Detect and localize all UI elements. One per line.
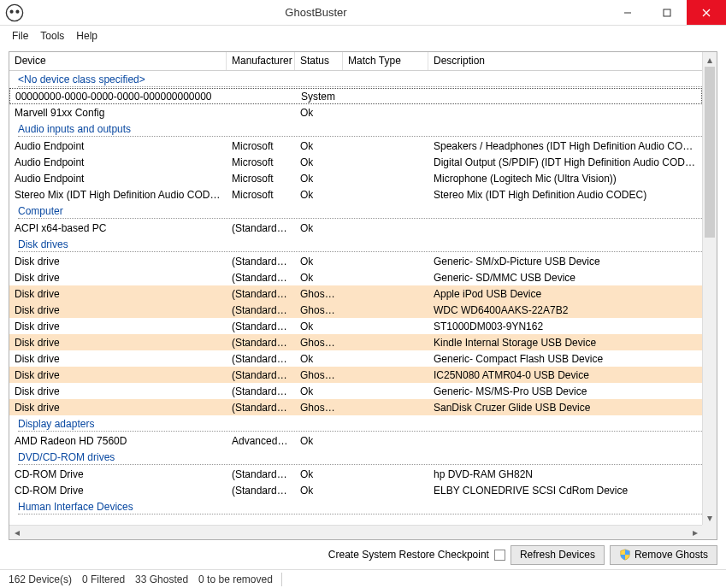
- device-panel: Device Manufacturer Status Match Type De…: [9, 51, 717, 540]
- scroll-up-icon[interactable]: ▴: [703, 52, 717, 67]
- table-row[interactable]: Disk drive(Standard di…OkGeneric- SD/MMC…: [9, 269, 702, 285]
- table-row[interactable]: Disk drive(Standard di…OkGeneric- Compac…: [9, 350, 702, 367]
- group-header[interactable]: Human Interface Devices: [9, 498, 702, 515]
- col-manufacturer[interactable]: Manufacturer: [227, 52, 295, 70]
- horizontal-scrollbar[interactable]: ◂ ▸: [9, 525, 702, 539]
- group-header[interactable]: Audio inputs and outputs: [9, 121, 702, 138]
- svg-rect-4: [664, 9, 670, 16]
- svg-point-1: [10, 9, 14, 13]
- group-header[interactable]: DVD/CD-ROM drives: [9, 449, 702, 466]
- table-row[interactable]: Audio EndpointMicrosoftOkDigital Output …: [9, 154, 702, 170]
- group-header[interactable]: <No device class specified>: [9, 71, 702, 88]
- group-header[interactable]: Computer: [9, 203, 702, 220]
- table-row[interactable]: Disk drive(Standard di…GhostedApple iPod…: [9, 285, 702, 302]
- table-row[interactable]: Audio EndpointMicrosoftOkSpeakers / Head…: [9, 138, 702, 154]
- table-row[interactable]: Disk drive(Standard di…GhostedWDC WD6400…: [9, 302, 702, 318]
- minimize-button[interactable]: [608, 0, 647, 25]
- footer-controls: Create System Restore Checkpoint Refresh…: [0, 544, 726, 569]
- table-row[interactable]: 00000000-0000-0000-0000-000000000000Syst…: [9, 88, 702, 104]
- table-row[interactable]: Disk drive(Standard di…GhostedIC25N080 A…: [9, 367, 702, 383]
- col-device[interactable]: Device: [9, 52, 227, 70]
- shield-icon: [619, 549, 631, 561]
- status-devices: 162 Device(s): [3, 573, 77, 585]
- statusbar: 162 Device(s) 0 Filtered 33 Ghosted 0 to…: [0, 569, 726, 588]
- menu-tools[interactable]: Tools: [40, 30, 64, 42]
- table-row[interactable]: Stereo Mix (IDT High Definition Audio CO…: [9, 186, 702, 203]
- svg-point-0: [6, 4, 22, 21]
- scroll-right-icon[interactable]: ▸: [688, 526, 702, 539]
- checkpoint-checkbox[interactable]: [494, 550, 505, 561]
- vertical-scrollbar[interactable]: ▴ ▾: [702, 52, 717, 525]
- menu-file[interactable]: File: [12, 30, 28, 42]
- scroll-thumb[interactable]: [705, 67, 715, 238]
- status-ghosted: 33 Ghosted: [130, 573, 193, 585]
- table-row[interactable]: Disk drive(Standard di…OkGeneric- SM/xD-…: [9, 253, 702, 269]
- col-match[interactable]: Match Type: [343, 52, 428, 70]
- col-status[interactable]: Status: [295, 52, 343, 70]
- app-icon: [5, 3, 24, 22]
- col-description[interactable]: Description: [428, 52, 717, 70]
- group-header[interactable]: Disk drives: [9, 236, 702, 253]
- status-filtered: 0 Filtered: [77, 573, 130, 585]
- group-header[interactable]: Display adapters: [9, 415, 702, 432]
- window-title: GhostBuster: [24, 6, 608, 19]
- table-row[interactable]: Disk drive(Standard di…OkST1000DM003-9YN…: [9, 318, 702, 334]
- table-row[interactable]: Disk drive(Standard di…OkGeneric- MS/MS-…: [9, 383, 702, 399]
- menu-help[interactable]: Help: [76, 30, 97, 42]
- maximize-button[interactable]: [647, 0, 687, 25]
- table-row[interactable]: CD-ROM Drive(Standard C…OkELBY CLONEDRIV…: [9, 482, 702, 498]
- menubar: File Tools Help: [0, 26, 726, 46]
- refresh-button[interactable]: Refresh Devices: [511, 545, 605, 565]
- table-row[interactable]: Disk drive(Standard di…GhostedSanDisk Cr…: [9, 399, 702, 415]
- table-header: Device Manufacturer Status Match Type De…: [9, 52, 717, 71]
- table-row[interactable]: AMD Radeon HD 7560DAdvanced …Ok: [9, 432, 702, 449]
- table-row[interactable]: Marvell 91xx ConfigOk: [9, 104, 702, 121]
- table-row[interactable]: CD-ROM Drive(Standard C…Okhp DVD-RAM GH8…: [9, 466, 702, 482]
- scroll-left-icon[interactable]: ◂: [9, 526, 24, 539]
- svg-point-2: [15, 9, 19, 13]
- table-row[interactable]: ACPI x64-based PC(Standard c…Ok: [9, 220, 702, 236]
- remove-ghosts-button[interactable]: Remove Ghosts: [610, 545, 717, 565]
- table-body[interactable]: <No device class specified>00000000-0000…: [9, 71, 702, 525]
- scroll-down-icon[interactable]: ▾: [703, 510, 717, 525]
- checkpoint-label: Create System Restore Checkpoint: [328, 549, 489, 561]
- close-button[interactable]: [687, 0, 726, 25]
- table-row[interactable]: Audio EndpointMicrosoftOkMicrophone (Log…: [9, 170, 702, 186]
- status-removed: 0 to be removed: [193, 573, 278, 585]
- table-row[interactable]: Disk drive(Standard di…GhostedKindle Int…: [9, 334, 702, 350]
- titlebar: GhostBuster: [0, 0, 726, 26]
